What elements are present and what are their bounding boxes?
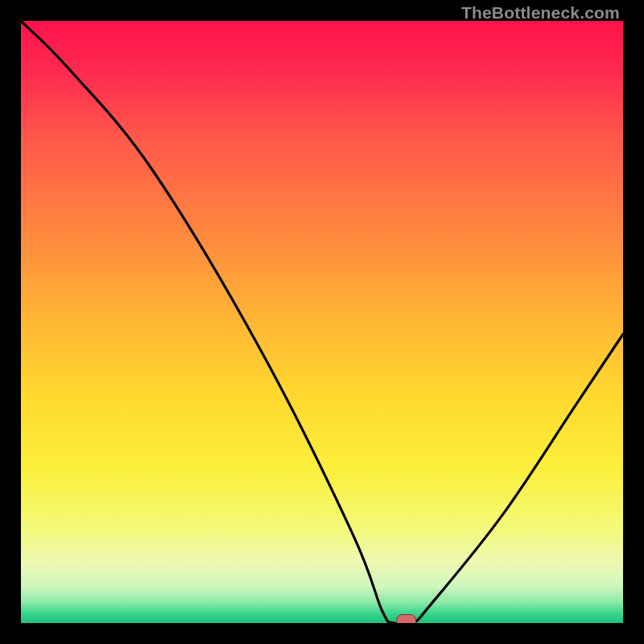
optimal-marker [397,615,416,624]
gradient-background [21,21,623,623]
bottleneck-chart [21,21,623,623]
chart-container: TheBottleneck.com [0,0,644,644]
attribution-label: TheBottleneck.com [461,3,620,23]
plot-area [21,21,623,623]
